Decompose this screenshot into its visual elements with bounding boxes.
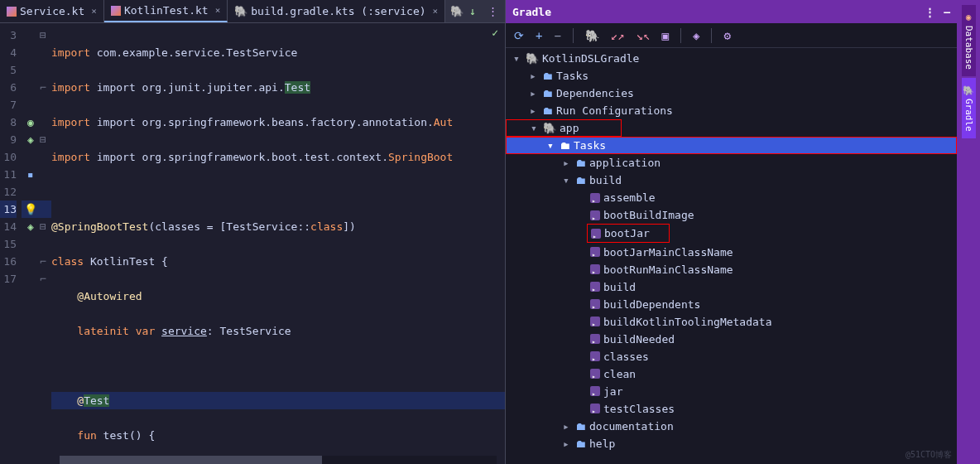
folder-icon: 🖿 (542, 85, 553, 102)
tree-task[interactable]: buildNeeded (506, 331, 957, 348)
tree-task[interactable]: buildKotlinToolingMetadata (506, 313, 957, 331)
kotlin-icon (7, 7, 17, 17)
tree-node-tasks[interactable]: ▸🖿 Tasks (506, 67, 957, 85)
tree-node-dependencies[interactable]: ▸🖿 Dependencies (506, 85, 957, 102)
fold-gutter: ⊟ ⌐ ⊟ ⊟ ⌐ ⌐ (40, 23, 51, 464)
code-text[interactable]: import import com.example.service.TestSe… (51, 23, 505, 464)
folder-icon: 🖿 (575, 418, 586, 435)
editor-tab-bar: Service.kt × KotlinTest.kt × 🐘 build.gra… (0, 0, 505, 23)
line-number-gutter: 3 4 5 6 7 8 9 10 11 12 13 14 15 16 17 (0, 23, 22, 464)
tab-label: build.gradle.kts (:service) (251, 5, 425, 17)
spring-run-icon[interactable]: ◉ (27, 116, 34, 128)
tab-service[interactable]: Service.kt × (0, 0, 104, 22)
task-icon (590, 299, 600, 309)
tree-task[interactable]: jar (506, 383, 957, 400)
close-icon[interactable]: × (91, 6, 97, 17)
task-icon (591, 229, 601, 239)
minimize-icon[interactable]: — (944, 6, 950, 18)
annotation-gutter: ◉ ◈ ▪ 💡 ◈ (22, 23, 40, 464)
bean-icon: ▪ (27, 168, 34, 181)
gradle-run-icon[interactable]: 🐘 (585, 29, 599, 42)
watermark: @51CTO博客 (906, 449, 952, 461)
gradle-elephant-icon: 🐘 (526, 50, 539, 67)
gradle-elephant-icon: 🐘 (543, 119, 556, 137)
tree-node-build[interactable]: ▾🖿 build (506, 172, 957, 189)
inspection-ok-icon[interactable]: ✓ (492, 27, 498, 39)
tree-node-documentation[interactable]: ▸🖿 documentation (506, 418, 957, 435)
gradle-elephant-icon: 🐘 (963, 85, 974, 95)
database-icon: ◉ (963, 12, 974, 22)
task-icon (590, 317, 600, 326)
gradle-toolbar: ⟳ + − 🐘 ↙↗ ↘↖ ▣ ◈ ⚙ (506, 23, 957, 48)
gradle-tool-window: Gradle ⋮ — ⟳ + − 🐘 ↙↗ ↘↖ ▣ ◈ ⚙ ▾🐘 Kotlin… (505, 0, 957, 464)
tree-task[interactable]: buildDependents (506, 296, 957, 313)
folder-icon: 🖿 (542, 67, 553, 85)
test-run-icon[interactable]: ◈ (27, 133, 34, 146)
folders-icon[interactable]: ▣ (662, 29, 669, 42)
tree-task[interactable]: assemble (506, 189, 957, 206)
fold-end-icon[interactable]: ⌐ (40, 253, 51, 270)
settings-icon[interactable]: ⚙ (723, 29, 730, 42)
right-sidebar: ◉ Database 🐘 Gradle (957, 0, 980, 464)
add-icon[interactable]: + (536, 29, 542, 42)
gradle-elephant-icon[interactable]: 🐘 (445, 5, 464, 17)
tree-node-runconfigs[interactable]: ▸🖿 Run Configurations (506, 102, 957, 119)
tree-task[interactable]: bootJarMainClassName (506, 244, 957, 261)
tree-root[interactable]: ▾🐘 KotlinDSLGradle (506, 50, 957, 67)
tree-task[interactable]: clean (506, 365, 957, 383)
options-icon[interactable]: ⋮ (925, 6, 935, 18)
task-icon (590, 404, 600, 413)
task-icon (590, 210, 600, 220)
fold-end-icon[interactable]: ⌐ (40, 79, 51, 96)
tree-task[interactable]: bootBuildImage (506, 206, 957, 224)
tree-task[interactable]: bootRunMainClassName (506, 261, 957, 278)
collapse-toggle-icon[interactable]: ↘↖ (637, 29, 651, 42)
task-icon (590, 282, 600, 292)
arrow-down-icon[interactable]: ↓ (464, 5, 481, 17)
tree-task[interactable]: testClasses (506, 400, 957, 418)
folder-icon: 🖿 (575, 435, 586, 452)
lightbulb-icon[interactable]: 💡 (24, 203, 37, 215)
fold-end-icon[interactable]: ⌐ (40, 270, 51, 288)
gradle-title: Gradle (512, 6, 551, 18)
gradle-tree[interactable]: ▾🐘 KotlinDSLGradle ▸🖿 Tasks ▸🖿 Dependenc… (506, 48, 957, 464)
close-icon[interactable]: × (433, 6, 439, 17)
test-run-icon[interactable]: ◈ (27, 220, 34, 233)
tab-label: Service.kt (20, 5, 84, 17)
task-icon (590, 369, 600, 379)
remove-icon[interactable]: − (554, 29, 560, 42)
task-icon (590, 386, 600, 396)
close-icon[interactable]: × (215, 5, 221, 16)
task-icon (590, 264, 600, 274)
refresh-icon[interactable]: ⟳ (514, 29, 524, 42)
fold-minus-icon[interactable]: ⊟ (40, 27, 51, 44)
sidebar-tab-gradle[interactable]: 🐘 Gradle (962, 78, 976, 138)
tree-task-bootjar[interactable]: bootJar (588, 225, 669, 242)
task-icon (590, 334, 600, 344)
offline-mode-icon[interactable]: ◈ (693, 29, 699, 42)
task-icon (590, 351, 600, 361)
expand-toggle-icon[interactable]: ↙↗ (611, 29, 625, 42)
sidebar-tab-database[interactable]: ◉ Database (962, 5, 976, 76)
code-area[interactable]: 3 4 5 6 7 8 9 10 11 12 13 14 15 16 17 ◉ … (0, 23, 505, 464)
tab-buildgradle[interactable]: 🐘 build.gradle.kts (:service) × (228, 0, 445, 22)
horizontal-scrollbar[interactable] (60, 456, 497, 464)
tab-overflow-icon[interactable]: ⋮ (481, 5, 505, 17)
tree-task[interactable]: classes (506, 348, 957, 365)
tree-node-app-tasks[interactable]: ▾🖿 Tasks (506, 137, 957, 154)
tree-node-application[interactable]: ▸🖿 application (506, 154, 957, 172)
kotlin-icon (111, 6, 121, 16)
folder-icon: 🖿 (575, 154, 586, 172)
fold-minus-icon[interactable]: ⊟ (40, 218, 51, 235)
tab-label: KotlinTest.kt (124, 4, 209, 17)
tree-node-help[interactable]: ▸🖿 help (506, 435, 957, 452)
fold-minus-icon[interactable]: ⊟ (40, 131, 51, 148)
gradle-header: Gradle ⋮ — (506, 0, 957, 23)
folder-icon: 🖿 (542, 102, 553, 119)
tab-kotlintest[interactable]: KotlinTest.kt × (104, 0, 228, 22)
folder-icon: 🖿 (575, 172, 586, 189)
tree-node-app[interactable]: ▾🐘 app (506, 119, 622, 137)
task-icon (590, 193, 600, 203)
task-icon (590, 247, 600, 257)
tree-task[interactable]: build (506, 278, 957, 296)
